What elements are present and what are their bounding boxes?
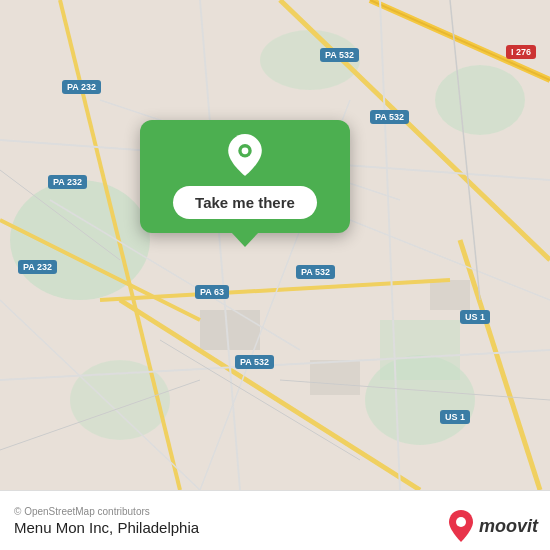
popup-card: Take me there bbox=[140, 120, 350, 233]
route-badge-pa232-2: PA 232 bbox=[18, 260, 57, 274]
route-badge-pa63: PA 63 bbox=[195, 285, 229, 299]
route-badge-us1-1: US 1 bbox=[460, 310, 490, 324]
moovit-pin-icon bbox=[447, 510, 475, 542]
svg-rect-9 bbox=[430, 280, 470, 310]
moovit-logo-text: moovit bbox=[479, 516, 538, 537]
svg-rect-3 bbox=[380, 320, 460, 380]
route-badge-pa232-1: PA 232 bbox=[48, 175, 87, 189]
route-badge-pa532-4: PA 532 bbox=[235, 355, 274, 369]
take-me-there-button[interactable]: Take me there bbox=[173, 186, 317, 219]
svg-rect-7 bbox=[200, 310, 260, 350]
svg-rect-8 bbox=[310, 360, 360, 395]
bottom-bar: © OpenStreetMap contributors Menu Mon In… bbox=[0, 490, 550, 550]
svg-point-37 bbox=[456, 517, 466, 527]
moovit-logo: moovit bbox=[447, 510, 538, 542]
route-badge-pa232-3: PA 232 bbox=[62, 80, 101, 94]
map-container: PA 232 PA 232 PA 232 PA 532 PA 532 PA 53… bbox=[0, 0, 550, 490]
svg-point-33 bbox=[242, 147, 249, 154]
svg-point-5 bbox=[435, 65, 525, 135]
route-badge-us1-2: US 1 bbox=[440, 410, 470, 424]
route-badge-pa532-3: PA 532 bbox=[296, 265, 335, 279]
route-badge-pa532-2: PA 532 bbox=[370, 110, 409, 124]
popup-location-pin-icon bbox=[224, 134, 266, 176]
route-badge-pa532-1: PA 532 bbox=[320, 48, 359, 62]
route-badge-i276: I 276 bbox=[506, 45, 536, 59]
